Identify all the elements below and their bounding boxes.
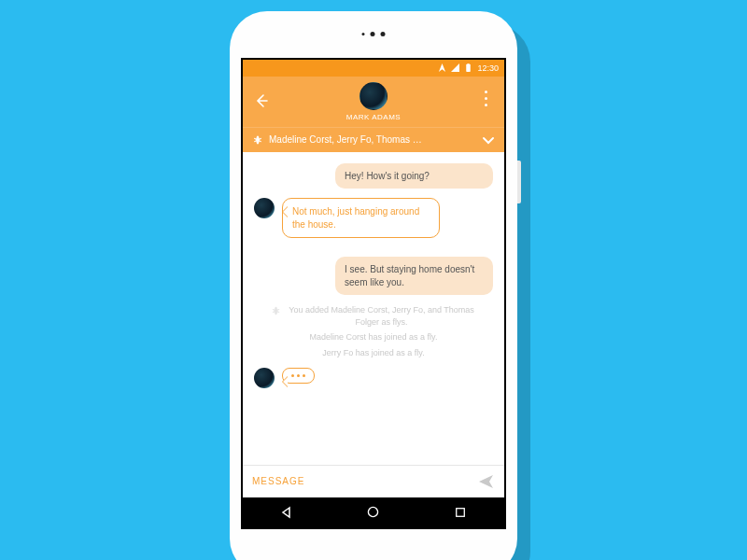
send-button[interactable] [478, 473, 495, 490]
phone-speaker [362, 32, 386, 36]
nav-back-button[interactable] [268, 498, 305, 526]
message-outgoing: Hey! How's it going? [335, 163, 493, 189]
svg-rect-0 [467, 64, 472, 72]
system-message: Madeline Corst has joined as a fly. [254, 331, 493, 343]
contact-name-label: MARK ADAMS [243, 113, 504, 121]
phone-side-button [517, 161, 521, 203]
screen: 12:30 MARK ADAMS Madeline Corst, Jerry F… [241, 58, 506, 529]
message-text: Not much, just hanging around the house. [292, 206, 419, 230]
chat-scroll-area[interactable]: Hey! How's it going? Not much, just hang… [243, 152, 504, 465]
typing-row [254, 368, 493, 388]
nav-recents-button[interactable] [442, 498, 479, 526]
system-text: You added Madeline Corst, Jerry Fo, and … [287, 304, 476, 328]
back-button[interactable] [252, 91, 271, 110]
chevron-down-icon [482, 133, 495, 147]
svg-rect-3 [457, 508, 465, 516]
typing-indicator [282, 368, 315, 384]
sender-avatar[interactable] [254, 198, 275, 218]
system-message: You added Madeline Corst, Jerry Fo, and … [254, 304, 493, 328]
message-incoming: Not much, just hanging around the house. [282, 198, 440, 238]
status-bar: 12:30 [243, 60, 504, 77]
signal-icon [451, 63, 459, 72]
participants-names: Madeline Corst, Jerry Fo, Thomas … [269, 134, 476, 145]
status-time: 12:30 [477, 63, 499, 73]
nav-home-button[interactable] [355, 498, 392, 526]
gps-icon [438, 63, 446, 72]
composer-bar: MESSAGE [243, 465, 504, 497]
chat-header: MARK ADAMS [243, 77, 504, 127]
battery-icon [464, 63, 472, 72]
back-arrow-icon [254, 93, 269, 108]
message-row-incoming: Not much, just hanging around the house. [254, 198, 493, 247]
triangle-back-icon [280, 506, 293, 519]
message-outgoing: I see. But staying home doesn't seem lik… [335, 257, 493, 295]
svg-rect-1 [468, 63, 470, 64]
circle-home-icon [367, 506, 379, 518]
fly-icon [252, 134, 263, 146]
svg-point-2 [369, 507, 378, 516]
participants-bar[interactable]: Madeline Corst, Jerry Fo, Thomas … [243, 127, 504, 152]
sender-avatar[interactable] [254, 368, 275, 388]
square-recents-icon [455, 507, 466, 518]
contact-avatar[interactable] [359, 82, 388, 110]
message-text: I see. But staying home doesn't seem lik… [345, 264, 474, 287]
system-message: Jerry Fo has joined as a fly. [254, 347, 493, 359]
fly-icon [271, 304, 281, 317]
message-text: Hey! How's it going? [345, 171, 430, 181]
android-nav-bar [243, 497, 504, 527]
send-icon [478, 473, 495, 490]
phone-frame: 12:30 MARK ADAMS Madeline Corst, Jerry F… [230, 11, 517, 561]
message-input[interactable]: MESSAGE [252, 476, 471, 486]
overflow-menu-button[interactable] [478, 90, 493, 108]
